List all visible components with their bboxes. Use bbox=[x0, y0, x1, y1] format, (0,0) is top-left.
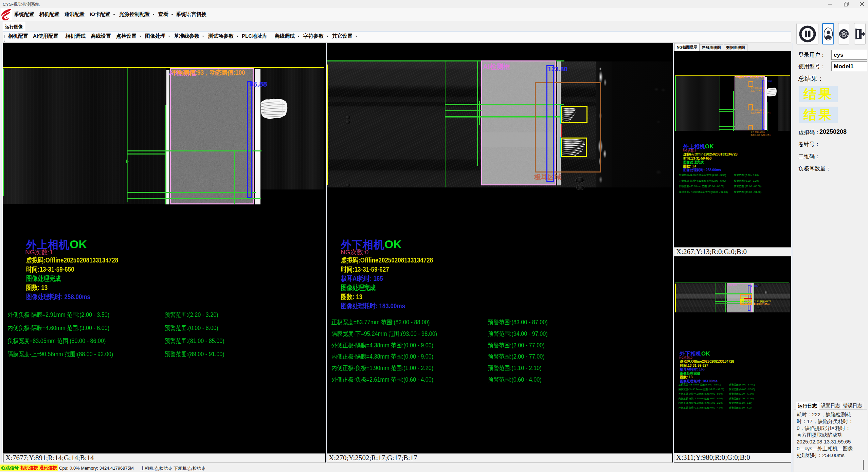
thumb1-meas-r-3: 预警范围:(81.00 - 85.00) bbox=[734, 185, 761, 188]
logout-button[interactable] bbox=[854, 23, 866, 44]
toolbar-grip[interactable] bbox=[4, 34, 5, 42]
close-button[interactable] bbox=[855, 0, 868, 8]
toolbar-item-11[interactable]: 字符参数 bbox=[303, 33, 328, 41]
thumb2-meas-l-4: 内侧正极-隔膜=4.38mm 范围:(0.00 - 9.00) bbox=[679, 397, 723, 400]
thumb1-coords: X:267;Y:13;R:0;G:0;B:0 bbox=[676, 248, 747, 256]
left-cam-yellow-line bbox=[3, 67, 324, 68]
right-cam-meas-r-4: 预警范围:(2.00 - 77.00) bbox=[488, 352, 545, 361]
right-cam-tick-vline bbox=[479, 101, 480, 125]
toolbar-item-6[interactable]: 图像处理 bbox=[145, 33, 170, 41]
grip-dot bbox=[4, 39, 5, 39]
thumb2-meas-r-5: 预警范围:(1.10 - 2.10) bbox=[729, 401, 752, 405]
toolbar-item-12[interactable]: 其它设置 bbox=[332, 33, 357, 41]
right-cam-info-6: 图像处理耗时: 183.00ms bbox=[341, 302, 405, 311]
login-user-label: 登录用户： bbox=[798, 52, 826, 59]
result-1-text: 结果 bbox=[803, 86, 833, 103]
login-user-input[interactable]: cys bbox=[831, 50, 867, 60]
log-line-6: 0—cys—外上相机—图像 bbox=[797, 445, 867, 452]
toolbar-item-9[interactable]: PLC地址库 bbox=[242, 33, 267, 41]
right-cam-meas-r-5: 预警范围:(1.10 - 2.10) bbox=[488, 364, 542, 372]
menu-item-4[interactable]: IO卡配置 bbox=[90, 11, 115, 19]
left-cam-info-4: 圈数: 13 bbox=[26, 283, 48, 292]
log-line-3: 0，缺陷提取分区耗时： bbox=[797, 425, 867, 432]
thumb2-bolt-1 bbox=[757, 284, 761, 287]
thumb1-coord-bar: X:267;Y:13;R:0;G:0;B:0 bbox=[674, 247, 791, 256]
toolbar-item-1[interactable]: 相机配置 bbox=[8, 33, 28, 41]
status-cam-up: 上相机:点检结束 bbox=[140, 466, 173, 472]
tab-run-image-label: 运行图像 bbox=[5, 24, 23, 30]
login-user-value: cys bbox=[834, 52, 843, 58]
toolbar-item-10[interactable]: 离线调试 bbox=[274, 33, 300, 41]
log-output[interactable]: 耗时：222，缺陷检测耗时：17，缺陷分类耗时：0，缺陷提取分区耗时：直方图提取… bbox=[794, 410, 867, 472]
thumb2-red-segment bbox=[744, 298, 752, 299]
right-cam-bolt-2b bbox=[345, 183, 350, 187]
ng-tab-1[interactable]: NG截图显示 bbox=[674, 43, 700, 51]
sidebar-field-value-1: 20250208 bbox=[819, 128, 847, 135]
tab-row: 运行图像 bbox=[0, 21, 793, 31]
window-title: CYS-视觉检测系统 bbox=[3, 1, 40, 7]
ng-tab-2[interactable]: 料线曲线图 bbox=[700, 44, 723, 51]
status-badge-2: 相机连接 bbox=[20, 465, 38, 471]
menu-item-3[interactable]: 通讯配置 bbox=[64, 11, 85, 19]
left-cam-hline-3 bbox=[127, 192, 256, 193]
grip-dot bbox=[4, 40, 5, 40]
log-tab-1[interactable]: 运行日志 bbox=[796, 402, 819, 410]
maximize-button[interactable] bbox=[839, 0, 853, 8]
toolbar-item-5[interactable]: 点检设置 bbox=[116, 33, 141, 41]
model-input[interactable]: Model1 bbox=[831, 61, 867, 71]
left-cam-hline-2 bbox=[127, 153, 166, 155]
toolbar-item-3[interactable]: 相机调试 bbox=[65, 33, 86, 41]
right-cam-hline-2 bbox=[445, 109, 482, 109]
toolbar-item-2[interactable]: AI使用配置 bbox=[33, 33, 58, 41]
thumb2-highlight bbox=[763, 289, 768, 295]
users-button[interactable] bbox=[838, 23, 849, 44]
log-tab-2[interactable]: 设置日志 bbox=[820, 402, 841, 410]
tab-run-image[interactable]: 运行图像 bbox=[3, 22, 25, 31]
menu-item-5[interactable]: 光源控制配置 bbox=[119, 11, 155, 19]
left-cam-threshold-text: 平均阈值:93，动态阈值:100 bbox=[171, 69, 245, 77]
panel-separator-3 bbox=[791, 43, 793, 472]
menu-dropdown-arrow bbox=[171, 14, 173, 15]
menu-item-2[interactable]: 相机配置 bbox=[39, 11, 59, 19]
right-cam-bolt-3 bbox=[575, 177, 584, 183]
grip-dot bbox=[4, 36, 5, 37]
toolbar-dropdown-arrow bbox=[168, 36, 170, 37]
minimize-button[interactable] bbox=[823, 0, 837, 8]
thumb2-meas-r-6: 预警范围:(0.60 - 4.00) bbox=[729, 406, 752, 410]
thumb1-meas-r-1: 预警范围:(2.20 - 3.20) bbox=[734, 174, 759, 177]
ng-tab-3[interactable]: 数据曲线图 bbox=[724, 44, 747, 51]
thumb2-meas-l-5: 内侧正极-负极=1.90mm 范围:(1.00 - 2.20) bbox=[679, 401, 723, 405]
thumb1-metal-blob bbox=[766, 88, 777, 97]
thumb1-info-5: 图像处理耗时: 258.00ms bbox=[683, 168, 721, 173]
right-coord-bar: X:270;Y:2502;R:17;G:17;B:17 bbox=[327, 453, 672, 462]
toolbar-item-8[interactable]: 测试项参数 bbox=[208, 33, 238, 41]
thumb2-meas-r-2: 预警范围:(94.00 - 97.00) bbox=[729, 388, 755, 391]
right-cam-bolt-4 bbox=[576, 185, 584, 190]
thumb2-meas-r-1: 预警范围:(83.00 - 87.00) bbox=[729, 383, 755, 386]
user-button[interactable] bbox=[822, 23, 834, 44]
pause-button[interactable] bbox=[796, 23, 818, 44]
left-coord-bar: X:7677;Y:891;R:14;G:14;B:14 bbox=[3, 453, 325, 462]
right-cam-meas-r-2: 预警范围:(94.00 - 97.00) bbox=[488, 330, 548, 338]
menu-item-7[interactable]: 系统语言切换 bbox=[176, 11, 206, 19]
log-line-5: 2025:02:08-13:31:59:65 bbox=[797, 438, 867, 445]
right-cam-meas-l-6: 外侧正极-负极=2.61mm 范围:(0.60 - 4.00) bbox=[331, 376, 433, 384]
right-cam-yellow-vline bbox=[327, 65, 328, 185]
toolbar-item-4[interactable]: 离线设置 bbox=[91, 33, 111, 41]
thumb1-green-vline-1 bbox=[675, 76, 676, 131]
log-tab-3[interactable]: 错误日志 bbox=[842, 402, 863, 410]
thumb2-meas-l-6: 外侧正极-负极=2.61mm 范围:(0.60 - 4.00) bbox=[679, 406, 723, 410]
thumb2-green-vline-right bbox=[754, 283, 754, 312]
menu-item-1[interactable]: 系统配置 bbox=[14, 11, 34, 19]
toolbar-item-7[interactable]: 基准线参数 bbox=[174, 33, 204, 41]
right-cam-ok: OK bbox=[384, 238, 402, 251]
thumb2-yellow-fill-1 bbox=[741, 296, 745, 296]
right-cam-meas-l-3: 外侧正极-隔膜=4.38mm 范围:(0.00 - 9.00) bbox=[331, 341, 433, 349]
menu-item-6[interactable]: 查看 bbox=[158, 11, 173, 19]
left-cam-hline-1 bbox=[127, 150, 261, 151]
thumb1-meas-l-4: 隔膜宽度-上=90.56mm 范围:(88.00 - 92.00) bbox=[679, 190, 728, 194]
toolbar-dropdown-arrow bbox=[236, 36, 238, 37]
left-cam-meas-l-3: 负极宽度=83.05mm 范围:(80.00 - 86.00) bbox=[7, 337, 106, 345]
main-left-edge bbox=[1, 43, 2, 464]
thumb1-green-vline-3 bbox=[733, 91, 734, 131]
